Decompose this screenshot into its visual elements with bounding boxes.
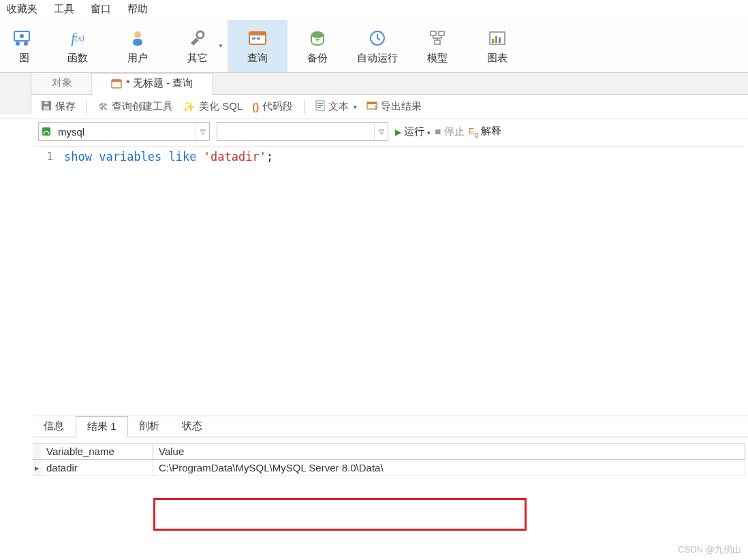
result-tab-profile[interactable]: 剖析	[128, 416, 171, 437]
menu-window[interactable]: 窗口	[91, 3, 111, 16]
token-keyword: show	[64, 150, 92, 164]
table-row[interactable]: ▸ datadir C:\ProgramData\MySQL\MySQL Ser…	[33, 460, 745, 476]
ribbon-query-label: 查询	[247, 52, 268, 65]
save-label: 保存	[55, 100, 76, 113]
save-button[interactable]: 保存	[38, 99, 78, 114]
brackets-icon: ()	[252, 101, 259, 112]
ribbon-view-label: 图	[19, 52, 29, 65]
ribbon-other-label: 其它	[187, 52, 208, 65]
ribbon-view[interactable]: 图	[0, 20, 48, 72]
svg-rect-23	[44, 102, 48, 104]
save-icon	[41, 100, 52, 113]
chevron-down-icon: ▼	[218, 43, 223, 49]
export-icon	[367, 101, 377, 112]
grid-header-row: Variable_name Value	[33, 444, 745, 460]
svg-rect-26	[317, 105, 323, 106]
chevron-down-icon: ▾	[354, 104, 357, 110]
column-header-value[interactable]: Value	[153, 444, 745, 460]
run-button[interactable]: ▶ 运行 ▾	[395, 125, 431, 138]
svg-point-1	[20, 34, 24, 38]
result-grid: Variable_name Value ▸ datadir C:\Program…	[33, 443, 745, 476]
editor-content[interactable]: show variables like 'datadir';	[60, 147, 745, 416]
svg-rect-22	[44, 106, 49, 110]
svg-rect-12	[431, 31, 436, 35]
beautify-sql-button[interactable]: ✨ 美化 SQL	[180, 99, 245, 114]
svg-rect-27	[317, 107, 321, 108]
token-keyword: like	[169, 150, 197, 164]
svg-point-3	[24, 42, 28, 46]
schema-combo[interactable]: ▽	[217, 122, 388, 141]
svg-rect-20	[112, 80, 121, 82]
svg-rect-17	[495, 36, 497, 43]
result-tabset: 信息 结果 1 剖析 状态	[33, 416, 748, 437]
stop-button[interactable]: ■ 停止	[435, 125, 464, 138]
ribbon-query[interactable]: 查询	[228, 20, 287, 72]
svg-rect-16	[492, 39, 494, 43]
tab-untitled-query[interactable]: * 无标题 - 查询	[92, 73, 213, 95]
menu-tools[interactable]: 工具	[54, 3, 74, 16]
ribbon-model-label: 模型	[427, 52, 448, 65]
sql-editor[interactable]: 1 show variables like 'datadir';	[33, 146, 745, 416]
sidebar-stub	[0, 74, 31, 114]
play-icon: ▶	[395, 127, 401, 137]
stop-label: 停止	[444, 125, 465, 137]
ribbon-schedule[interactable]: 自动运行	[347, 20, 407, 72]
text-label: 文本	[328, 100, 349, 113]
model-icon	[426, 27, 448, 49]
view-icon	[13, 27, 35, 49]
explain-button[interactable]: Eg 解释	[469, 125, 502, 138]
sparkle-icon: ✨	[183, 101, 196, 113]
svg-rect-13	[439, 31, 444, 35]
backup-icon	[307, 27, 328, 49]
tab-objects[interactable]: 对象	[33, 73, 92, 94]
connection-row: mysql ▽ ▽ ▶ 运行 ▾ ■ 停止 Eg 解释	[0, 119, 748, 146]
document-icon	[315, 100, 325, 113]
query-builder-label: 查询创建工具	[112, 100, 173, 113]
token-string: 'datadir'	[204, 150, 266, 164]
ribbon-user[interactable]: 用户	[108, 20, 168, 72]
ribbon-backup[interactable]: 备份	[287, 20, 347, 72]
connection-combo[interactable]: mysql ▽	[38, 122, 210, 141]
stop-icon: ■	[435, 125, 441, 137]
result-tab-result1[interactable]: 结果 1	[76, 416, 128, 437]
svg-rect-18	[499, 37, 501, 43]
run-label: 运行	[404, 125, 424, 137]
column-header-variable-name[interactable]: Variable_name	[41, 444, 153, 460]
svg-rect-9	[252, 37, 255, 40]
export-result-button[interactable]: 导出结果	[364, 99, 424, 114]
connection-icon	[39, 127, 54, 136]
ribbon-backup-label: 备份	[307, 52, 328, 65]
hammer-icon: 🛠	[98, 101, 108, 112]
query-builder-button[interactable]: 🛠 查询创建工具	[95, 99, 176, 114]
ribbon-other[interactable]: 其它 ▼	[168, 20, 228, 72]
svg-rect-14	[435, 40, 440, 44]
ribbon-function[interactable]: f(x) 函数	[48, 20, 108, 72]
query-icon	[247, 27, 268, 49]
tools-icon	[187, 27, 208, 49]
menu-help[interactable]: 帮助	[127, 3, 148, 16]
chevron-down-icon: ▽	[374, 123, 388, 140]
ribbon-chart[interactable]: 图表	[467, 20, 527, 72]
result-tab-status[interactable]: 状态	[171, 416, 214, 437]
menu-favorites[interactable]: 收藏夹	[7, 3, 37, 16]
cell-value: C:\ProgramData\MySQL\MySQL Server 8.0\Da…	[153, 460, 745, 476]
menubar: 收藏夹 工具 窗口 帮助	[0, 0, 748, 20]
query-toolbar: 保存 🛠 查询创建工具 ✨ 美化 SQL () 代码段 文本 ▾ 导出结果	[0, 95, 748, 119]
ribbon-model[interactable]: 模型	[407, 20, 467, 72]
token-punct: ;	[266, 150, 273, 164]
text-dropdown[interactable]: 文本 ▾	[313, 99, 360, 114]
ribbon-function-label: 函数	[67, 52, 88, 65]
ribbon-toolbar: 图 f(x) 函数 用户 其它 ▼ 查询 备份 自动运行	[0, 20, 748, 73]
beautify-label: 美化 SQL	[199, 100, 243, 113]
code-snippet-button[interactable]: () 代码段	[249, 99, 296, 114]
connection-combo-text: mysql	[54, 126, 196, 138]
chart-icon	[486, 27, 508, 49]
svg-rect-5	[133, 39, 142, 46]
row-current-icon: ▸	[33, 460, 41, 476]
annotation-highlight	[153, 498, 527, 531]
result-tab-info[interactable]: 信息	[33, 416, 76, 437]
ribbon-chart-label: 图表	[487, 52, 508, 65]
svg-rect-10	[257, 37, 260, 40]
explain-icon: Eg	[469, 126, 479, 136]
clock-icon	[367, 27, 388, 49]
